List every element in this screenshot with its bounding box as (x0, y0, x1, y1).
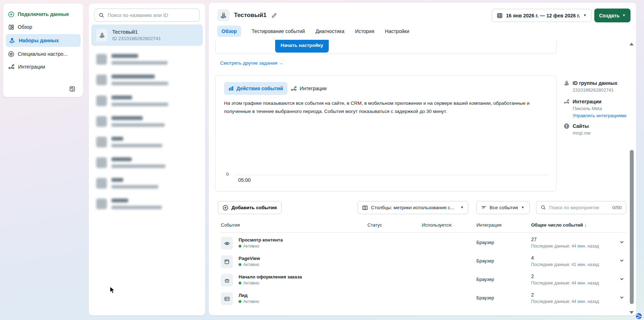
scroll-content: Начать настройку Смотреть другие задания… (209, 40, 636, 315)
col-total-events-sorted[interactable]: Общее число событий ↓ (531, 222, 586, 228)
dataset-item-selected[interactable]: Тестовый1 ID 2310166262802741 (91, 25, 203, 46)
dataset-item-redacted[interactable] (91, 173, 203, 194)
expand-row-icon[interactable] (619, 295, 624, 300)
event-activity-card: Действия событий Интеграции На этом граф… (215, 75, 557, 191)
event-integration: Браузер (476, 240, 494, 245)
eye-icon (221, 237, 233, 250)
tab-overview[interactable]: Обзор (217, 26, 241, 37)
dataset-network-icon (96, 29, 108, 42)
event-search[interactable]: 0/50 (536, 201, 626, 214)
event-status: Активно (239, 244, 259, 249)
create-button[interactable]: Создать ▼ (594, 9, 631, 22)
chevron-down-icon: ▼ (460, 206, 464, 209)
expand-row-icon[interactable] (619, 276, 624, 282)
dataset-texts: Тестовый1 ID 2310166262802741 (112, 29, 161, 41)
table-row[interactable]: Просмотр контента Активно Браузер 27 Пос… (221, 234, 626, 253)
nav-datasets[interactable]: Наборы данных (6, 34, 81, 47)
status-label: Активно (243, 262, 259, 267)
scrollbar-thumb[interactable] (630, 150, 634, 304)
event-integration: Браузер (476, 258, 494, 264)
nav-integrations[interactable]: Интеграции (3, 60, 83, 73)
dataset-icon-blurred (96, 96, 107, 106)
add-events-button[interactable]: Добавить события (218, 201, 282, 214)
dataset-network-icon (564, 80, 569, 86)
vertical-scrollbar[interactable] (629, 40, 634, 315)
table-header-divider (221, 232, 626, 233)
globe-favicon (635, 312, 643, 320)
expand-row-icon[interactable] (619, 239, 624, 245)
toggle-event-activity-label: Действия событий (236, 86, 283, 91)
sort-desc-icon: ↓ (584, 222, 587, 228)
browser-window-icon (221, 255, 233, 268)
manage-integrations-link[interactable]: Управлять интеграциями (573, 113, 635, 118)
dataset-icon-blurred (96, 157, 107, 168)
event-integration: Браузер (476, 277, 494, 282)
chevron-down-icon: ▼ (622, 14, 626, 17)
dataset-texts-blurred (111, 54, 198, 65)
page-header: Тестовый1 (217, 9, 277, 21)
see-other-tasks-label: Смотреть другие задания (220, 60, 277, 66)
active-dot (239, 300, 241, 303)
collapse-sidebar-icon[interactable] (69, 86, 75, 92)
chevron-down-icon: ▼ (521, 206, 524, 209)
expand-row-icon[interactable] (619, 258, 624, 263)
tab-history[interactable]: История (355, 26, 374, 37)
dataset-network-icon (217, 9, 229, 21)
dataset-item-redacted[interactable] (91, 131, 203, 153)
status-label: Активно (243, 281, 259, 286)
table-row[interactable]: PageView Активно Браузер 4 Последние дан… (221, 253, 626, 271)
dataset-icon-blurred (96, 116, 107, 127)
see-other-tasks-link[interactable]: Смотреть другие задания → (220, 60, 283, 66)
date-range-picker[interactable]: 16 янв 2026 г. — 12 фев 2026 г. ▼ (492, 9, 591, 22)
dataset-item-redacted[interactable] (91, 111, 203, 132)
event-status: Активно (239, 299, 259, 304)
info-title: ID группы данных (573, 80, 617, 86)
tab-test-events[interactable]: Тестирование событий (252, 26, 305, 37)
table-row[interactable]: Лид Активно Браузер 2 Последние данные: … (221, 289, 626, 308)
dataset-item-redacted[interactable] (91, 193, 203, 215)
integration-value: Пиксель Meta (573, 106, 635, 111)
dataset-texts-blurred (111, 157, 198, 168)
edit-pencil-icon[interactable] (271, 12, 277, 18)
col-integration[interactable]: Интеграция (476, 222, 502, 228)
calendar-icon (497, 12, 503, 18)
site-value: mrqz.me (573, 130, 635, 136)
col-status[interactable]: Статус (367, 222, 382, 228)
main-panel: Тестовый1 16 янв 2026 г. — 12 фев 2026 г… (209, 3, 636, 315)
dataset-search-input[interactable] (108, 12, 195, 18)
nav-label: Наборы данных (19, 38, 59, 43)
start-setup-button[interactable]: Начать настройку (275, 40, 329, 53)
active-dot (239, 263, 241, 266)
scroll-down-icon[interactable] (629, 311, 634, 314)
table-row[interactable]: Начало оформления заказа Активно Браузер… (221, 271, 626, 289)
integrations-icon (564, 99, 569, 104)
event-search-input[interactable] (549, 205, 599, 210)
dataset-icon-blurred (96, 199, 107, 209)
columns-dropdown[interactable]: Столбцы: метрики использования с... ▼ (358, 201, 468, 214)
status-label: Активно (243, 299, 259, 304)
dataset-icon-blurred (96, 137, 107, 147)
dataset-item-redacted[interactable] (91, 90, 203, 112)
nav-custom-conversions[interactable]: Специально настро... (3, 48, 83, 60)
chevron-down-icon: ▼ (583, 14, 586, 17)
toggle-integrations-label: Интеграции (300, 86, 327, 91)
tab-settings[interactable]: Настройки (385, 26, 409, 37)
scroll-up-icon[interactable] (629, 43, 634, 45)
events-table-header: События Статус Используется: Интеграция … (221, 222, 620, 231)
dataset-item-redacted[interactable] (91, 49, 203, 70)
bar-chart-icon (229, 86, 234, 91)
dataset-search[interactable] (94, 9, 200, 22)
dataset-item-redacted[interactable] (91, 69, 203, 91)
tab-diagnostics[interactable]: Диагностика (316, 26, 344, 37)
nav-overview[interactable]: Обзор (3, 21, 83, 33)
toggle-integrations[interactable]: Интеграции (291, 82, 327, 95)
col-events[interactable]: События (221, 222, 240, 228)
dataset-item-redacted[interactable] (91, 152, 203, 173)
nav-connect-data[interactable]: Подключить данные (3, 8, 83, 21)
toggle-event-activity[interactable]: Действия событий (224, 82, 288, 95)
event-filter-dropdown[interactable]: Все события ▼ (476, 201, 530, 214)
event-last-data: Последние данные: 41 мин. назад (531, 262, 599, 267)
event-name: Лид (239, 293, 247, 298)
basket-icon (221, 274, 233, 287)
col-used-by[interactable]: Используется: (422, 222, 452, 228)
